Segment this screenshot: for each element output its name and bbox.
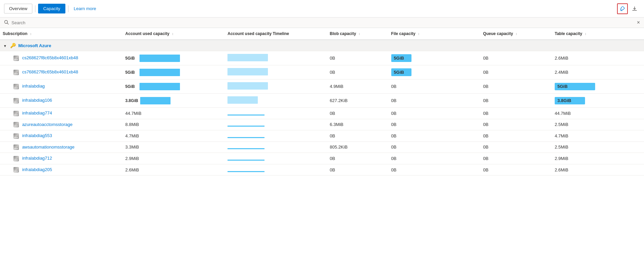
col-header-queue[interactable]: Queue capacity ↕ (481, 28, 552, 40)
queue-value: 0B (483, 98, 489, 103)
account-name-link[interactable]: infralabdiag (22, 84, 45, 89)
col-header-table[interactable]: Table capacity ↕ (552, 28, 644, 40)
file-cap-value: 0B (391, 84, 397, 89)
table-cap-value: 44.7MiB (555, 111, 571, 116)
cell-queue: 0B (481, 65, 552, 79)
table-row: infralabdiag712 2.9MiB0B0B0B2.9MiB (0, 153, 644, 164)
table-row: infralabdiag106 3.8GiB 627.2KiB0B0B 3.8G… (0, 94, 644, 108)
cell-table: 4.7MiB (552, 130, 644, 142)
timeline-bar (227, 160, 265, 161)
timeline-bar (227, 54, 268, 61)
download-button[interactable] (629, 3, 640, 14)
acct-used-bar (140, 55, 180, 62)
sort-icon-table[interactable]: ↕ (585, 32, 586, 36)
account-name-link[interactable]: awsautomationomsstorage (22, 144, 74, 150)
cell-table: 3.8GiB (552, 94, 644, 108)
cell-file: 5GiB (389, 65, 481, 79)
sort-icon-queue[interactable]: ↕ (516, 32, 517, 36)
timeline-bar (227, 148, 265, 149)
search-clear-button[interactable]: × (637, 20, 640, 26)
cell-queue: 0B (481, 79, 552, 94)
col-header-acct-used[interactable]: Account used capacity ↕ (123, 28, 225, 40)
cell-subscription: awsautomationomsstorage (0, 141, 123, 153)
queue-value: 0B (483, 111, 489, 116)
cell-blob: 0B (327, 164, 389, 175)
account-name-link[interactable]: infralabdiag106 (22, 98, 52, 103)
learn-more-link[interactable]: Learn more (71, 4, 99, 13)
sort-icon-file[interactable]: ↕ (418, 32, 420, 36)
account-name-link[interactable]: infralabdiag553 (22, 133, 52, 138)
cell-file: 0B (389, 119, 481, 130)
cell-file: 0B (389, 130, 481, 142)
expand-icon[interactable]: ▼ (3, 44, 7, 48)
search-icon (4, 20, 9, 26)
sort-icon-subscription[interactable]: ↕ (30, 32, 32, 36)
table-container: Subscription ↕ Account used capacity ↕ A… (0, 28, 644, 175)
cell-timeline (225, 51, 327, 65)
group-key-icon: 🔑 (10, 43, 16, 48)
table-row: infralabdiag 5GiB 4.9MiB0B0B 5GiB (0, 79, 644, 94)
col-header-blob[interactable]: Blob capacity ↕ (327, 28, 389, 40)
toolbar-right (617, 3, 640, 14)
search-input[interactable] (11, 20, 637, 25)
col-header-timeline[interactable]: Account used capacity Timeline (225, 28, 327, 40)
sort-icon-acct-used[interactable]: ↕ (172, 32, 174, 36)
table-row: infralabdiag205 2.6MiB0B0B0B2.6MiB (0, 164, 644, 175)
blob-value: 6.3MiB (330, 122, 343, 127)
account-name-link[interactable]: infralabdiag774 (22, 110, 52, 116)
storage-icon (13, 98, 19, 103)
pin-button[interactable] (617, 3, 628, 14)
acct-used-bar (140, 97, 171, 104)
cell-table: 2.9MiB (552, 153, 644, 164)
queue-value: 0B (483, 70, 489, 75)
account-name-link[interactable]: cs268627f8c65b8x4601xb48 (22, 55, 78, 60)
cell-subscription: infralabdiag553 (0, 130, 123, 142)
file-cap-value: 0B (391, 111, 397, 116)
table-cap-value: 2.4MiB (555, 70, 568, 75)
storage-icon (13, 144, 19, 150)
group-name-link[interactable]: Microsoft Azure (18, 43, 51, 48)
cell-acct-used: 2.9MiB (123, 153, 225, 164)
cell-queue: 0B (481, 51, 552, 65)
account-name-link[interactable]: infralabdiag712 (22, 156, 52, 161)
queue-value: 0B (483, 144, 489, 150)
blob-value: 0B (330, 133, 335, 138)
timeline-bar (227, 96, 258, 104)
overview-button[interactable]: Overview (4, 4, 32, 13)
acct-used-value: 4.7MiB (125, 133, 139, 138)
account-name-link[interactable]: azureautoacctomsstorage (22, 122, 73, 127)
acct-used-value: 8.8MiB (125, 122, 139, 127)
capacity-button[interactable]: Capacity (38, 4, 65, 13)
cell-file: 0B (389, 108, 481, 119)
cell-queue: 0B (481, 108, 552, 119)
storage-icon (13, 70, 19, 75)
cell-subscription: infralabdiag712 (0, 153, 123, 164)
cell-blob: 627.2KiB (327, 94, 389, 108)
cell-blob: 4.9MiB (327, 79, 389, 94)
table-cap-value: 2.6MiB (555, 167, 568, 172)
cell-timeline (225, 141, 327, 153)
cell-acct-used: 5GiB (123, 65, 225, 79)
cell-timeline (225, 164, 327, 175)
cell-subscription: infralabdiag106 (0, 94, 123, 108)
cell-blob: 0B (327, 51, 389, 65)
cell-subscription: infralabdiag (0, 79, 123, 94)
storage-icon (13, 156, 19, 161)
blob-value: 627.2KiB (330, 98, 348, 103)
cell-queue: 0B (481, 164, 552, 175)
file-cap-value: 5GiB (391, 68, 411, 76)
cell-table: 44.7MiB (552, 108, 644, 119)
timeline-bar (227, 126, 265, 127)
account-name-link[interactable]: infralabdiag205 (22, 167, 52, 172)
top-nav: Overview Capacity Learn more (0, 0, 644, 18)
queue-value: 0B (483, 167, 489, 172)
sort-icon-blob[interactable]: ↕ (359, 32, 360, 36)
cell-acct-used: 5GiB (123, 51, 225, 65)
timeline-bar (227, 82, 268, 90)
nav-divider-1 (35, 5, 35, 12)
col-header-file[interactable]: File capacity ↕ (389, 28, 481, 40)
cell-queue: 0B (481, 130, 552, 142)
account-name-link[interactable]: cs768627f8c65b8x4601xb48 (22, 69, 78, 74)
table-row: awsautomationomsstorage 3.3MiB805.2KiB0B… (0, 141, 644, 153)
col-header-subscription[interactable]: Subscription ↕ (0, 28, 123, 40)
